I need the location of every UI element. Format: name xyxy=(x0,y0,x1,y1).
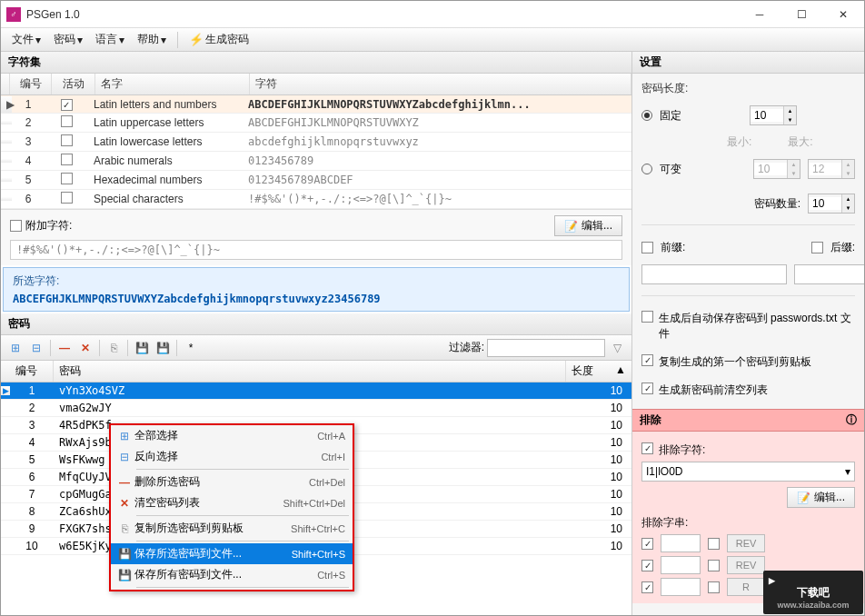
fixed-length-input[interactable]: ▲▼ xyxy=(750,105,797,125)
select-all-icon[interactable]: ⊞ xyxy=(6,339,25,357)
exstr3-input[interactable] xyxy=(661,578,701,596)
suffix-checkbox[interactable] xyxy=(811,242,823,253)
exstr2-checkbox[interactable]: ✓ xyxy=(641,560,653,571)
bolt-icon: ⚡ xyxy=(189,33,204,46)
chevron-down-icon: ▾ xyxy=(35,34,41,46)
append-checkbox[interactable] xyxy=(10,220,22,232)
filter-input[interactable] xyxy=(487,339,605,357)
charset-active-checkbox[interactable] xyxy=(61,154,73,165)
col-num[interactable]: 编号 xyxy=(10,74,52,94)
delete-icon: — xyxy=(114,476,134,489)
clearbefore-checkbox[interactable]: ✓ xyxy=(641,383,653,394)
pcol-pwd[interactable]: 密码 xyxy=(54,361,566,382)
filter-label: 过滤器: xyxy=(449,340,484,355)
charset-active-checkbox[interactable] xyxy=(61,115,73,127)
sort-up-icon: ▲ xyxy=(615,363,626,379)
max-label: 最大: xyxy=(788,134,812,150)
suffix-input[interactable] xyxy=(794,264,864,284)
exstr1-input[interactable] xyxy=(661,534,701,552)
exclude-strings-label: 排除字串: xyxy=(641,515,855,531)
variable-radio[interactable] xyxy=(641,164,652,174)
exstr3-checkbox[interactable]: ✓ xyxy=(641,581,653,593)
prefix-label: 前缀: xyxy=(661,240,685,255)
charset-row[interactable]: ▶ 1 ✓ Latin letters and numbers ABCDEFGH… xyxy=(1,95,631,114)
menu-password[interactable]: 密码 ▾ xyxy=(48,29,88,50)
edit-icon: 📝 xyxy=(797,492,810,504)
titlebar: ♂ PSGen 1.0 ─ ☐ ✕ xyxy=(1,1,864,28)
password-row[interactable]: 2 vmaG2wJY 10 xyxy=(1,400,631,417)
exstr3-rev-checkbox[interactable] xyxy=(708,581,720,593)
charset-table: 编号 活动 名字 字符 ▶ 1 ✓ Latin letters and numb… xyxy=(1,74,631,209)
clear-icon[interactable]: ✕ xyxy=(76,339,94,357)
save-all-icon[interactable]: 💾 xyxy=(154,339,172,357)
info-icon[interactable]: ⓘ xyxy=(846,412,857,428)
charset-row[interactable]: 4 Arabic numerals 0123456789 xyxy=(1,152,631,171)
autosave-label: 生成后自动保存密码到 passwords.txt 文件 xyxy=(659,311,855,342)
cm-save-all[interactable]: 💾保存所有密码到文件...Ctrl+S xyxy=(111,564,353,585)
charset-active-checkbox[interactable] xyxy=(61,192,73,204)
charset-row[interactable]: 2 Latin uppercase letters ABCDEFGHIJKLMN… xyxy=(1,114,631,133)
cm-select-all[interactable]: ⊞全部选择Ctrl+A xyxy=(111,425,353,446)
cm-delete-selected[interactable]: —删除所选密码Ctrl+Del xyxy=(111,472,353,492)
exclude-chars-checkbox[interactable]: ✓ xyxy=(641,442,653,454)
chevron-down-icon: ▾ xyxy=(77,34,83,46)
exclude-chars-dropdown[interactable]: I1|lO0D▾ xyxy=(641,462,855,482)
exstr2-input[interactable] xyxy=(661,556,701,574)
minimize-button[interactable]: ─ xyxy=(739,1,780,28)
fixed-radio[interactable] xyxy=(641,110,652,121)
cm-invert[interactable]: ⊟反向选择Ctrl+I xyxy=(111,446,353,467)
col-active[interactable]: 活动 xyxy=(52,74,95,94)
charset-row[interactable]: 5 Hexadecimal numbers 0123456789ABCDEF xyxy=(1,171,631,190)
exstr1-checkbox[interactable]: ✓ xyxy=(641,538,653,550)
save-sel-icon[interactable]: 💾 xyxy=(133,339,151,357)
chevron-down-icon: ▾ xyxy=(119,34,124,46)
charset-active-checkbox[interactable]: ✓ xyxy=(61,99,73,111)
exstr1-rev-checkbox[interactable] xyxy=(708,538,720,550)
selected-chars-section: 所选字符: ABCEFGHJKLMNPQRSTUVWXYZabcdefghijk… xyxy=(3,267,630,312)
count-input[interactable]: ▲▼ xyxy=(808,194,855,214)
maximize-button[interactable]: ☐ xyxy=(780,1,822,28)
chevron-down-icon: ▾ xyxy=(845,465,850,478)
invert-select-icon[interactable]: ⊟ xyxy=(27,339,45,357)
col-name[interactable]: 名字 xyxy=(95,74,250,94)
clear-icon: ✕ xyxy=(114,497,134,510)
context-menu: ⊞全部选择Ctrl+A ⊟反向选择Ctrl+I —删除所选密码Ctrl+Del … xyxy=(109,423,354,591)
max-input[interactable]: ▲▼ xyxy=(808,159,855,179)
cm-save-selected[interactable]: 💾保存所选密码到文件...Shift+Ctrl+S xyxy=(111,543,353,564)
menu-language[interactable]: 语言 ▾ xyxy=(90,29,130,50)
pcol-num[interactable]: 编号 xyxy=(10,361,54,382)
cm-copy-selected[interactable]: ⎘复制所选密码到剪贴板Shift+Ctrl+C xyxy=(111,518,353,539)
append-edit-button[interactable]: 📝编辑... xyxy=(554,215,622,236)
rev-label: REV xyxy=(727,534,765,552)
pcol-len[interactable]: 长度▲ xyxy=(566,361,631,382)
col-chars[interactable]: 字符 xyxy=(250,74,631,94)
variable-label: 可变 xyxy=(660,162,681,177)
menu-file[interactable]: 文件 ▾ xyxy=(6,29,46,50)
exstr2-rev-checkbox[interactable] xyxy=(708,560,720,571)
min-input[interactable]: ▲▼ xyxy=(753,159,800,179)
menu-generate[interactable]: ⚡生成密码 xyxy=(184,29,254,50)
copyfirst-checkbox[interactable]: ✓ xyxy=(641,354,653,366)
charset-header: 字符集 xyxy=(1,52,631,74)
exclude-edit-button[interactable]: 📝编辑... xyxy=(787,487,855,508)
password-row[interactable]: ▶ 1 vYn3Xo4SVZ 10 xyxy=(1,383,631,400)
charset-row[interactable]: 6 Special characters !#$%&'()*+,-./:;<=>… xyxy=(1,190,631,209)
fixed-label: 固定 xyxy=(660,108,681,124)
window-title: PSGen 1.0 xyxy=(26,8,739,21)
cm-clear[interactable]: ✕清空密码列表Shift+Ctrl+Del xyxy=(111,492,353,513)
copy-icon[interactable]: ⎘ xyxy=(104,339,123,357)
prefix-input[interactable] xyxy=(641,264,787,284)
charset-active-checkbox[interactable] xyxy=(61,134,73,146)
count-label: 密码数量: xyxy=(754,196,800,212)
delete-icon[interactable]: — xyxy=(55,339,74,357)
close-button[interactable]: ✕ xyxy=(822,1,864,28)
modified-indicator: * xyxy=(182,339,200,357)
charset-row[interactable]: 3 Latin lowercase letters abcdefghijklmn… xyxy=(1,133,631,152)
rev-label: REV xyxy=(727,556,765,574)
menu-help[interactable]: 帮助 ▾ xyxy=(132,29,172,50)
prefix-checkbox[interactable] xyxy=(641,242,653,253)
filter-icon[interactable]: ▽ xyxy=(608,339,626,357)
autosave-checkbox[interactable] xyxy=(641,311,653,323)
charset-active-checkbox[interactable] xyxy=(61,173,73,184)
append-input[interactable] xyxy=(10,240,622,260)
